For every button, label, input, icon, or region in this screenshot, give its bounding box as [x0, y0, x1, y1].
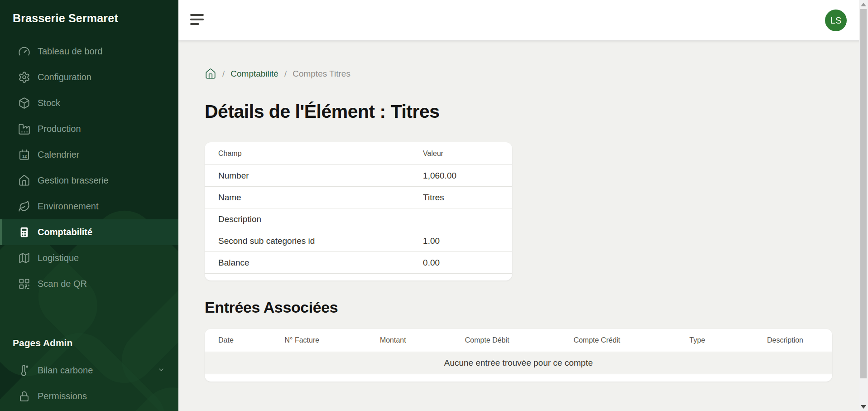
sidebar-item-comptabilite[interactable]: Comptabilité	[0, 219, 178, 245]
column-header-champ: Champ	[205, 150, 423, 158]
thermometer-icon	[18, 364, 30, 377]
row-value: 1.00	[423, 236, 512, 246]
scrollbar-up-arrow-icon[interactable]	[861, 3, 866, 6]
row-field: Description	[205, 214, 423, 224]
table-row: Number 1,060.00	[205, 165, 512, 187]
vertical-scrollbar[interactable]	[859, 0, 868, 411]
sidebar-item-label: Gestion brasserie	[38, 175, 109, 186]
calculator-icon	[18, 226, 30, 238]
sidebar-item-label: Configuration	[38, 72, 91, 82]
breadcrumb: / Comptabilité / Comptes Titres	[205, 68, 832, 80]
table-row: Balance 0.00	[205, 252, 512, 274]
sidebar-item-configuration[interactable]: Configuration	[0, 64, 178, 90]
main-content: / Comptabilité / Comptes Titres Détails …	[178, 40, 859, 411]
topbar: LS	[178, 0, 868, 40]
breadcrumb-separator: /	[222, 69, 225, 79]
row-value: Titres	[423, 193, 512, 203]
sidebar-item-calendrier[interactable]: 12 Calendrier	[0, 142, 178, 168]
column-header-compte-debit: Compte Débit	[437, 336, 537, 344]
breadcrumb-link-comptabilite[interactable]: Comptabilité	[230, 69, 278, 79]
home-icon	[18, 174, 30, 187]
sidebar-item-environnement[interactable]: Environnement	[0, 193, 178, 219]
sidebar-item-logistique[interactable]: Logistique	[0, 245, 178, 271]
hamburger-menu-icon[interactable]	[190, 14, 205, 26]
table-row: Description	[205, 208, 512, 230]
page-title: Détails de l'Élément : Titres	[205, 101, 832, 122]
entries-table-header: Date N° Facture Montant Compte Débit Com…	[205, 329, 832, 352]
sidebar-item-gestion-brasserie[interactable]: Gestion brasserie	[0, 168, 178, 193]
home-icon[interactable]	[205, 68, 216, 80]
column-header-facture: N° Facture	[255, 336, 349, 344]
scrollbar-down-arrow-icon[interactable]	[861, 405, 866, 409]
details-table: Champ Valeur Number 1,060.00 Name Titres…	[205, 142, 512, 280]
package-icon	[18, 97, 30, 109]
column-header-valeur: Valeur	[423, 150, 512, 158]
lock-icon	[18, 390, 30, 402]
sidebar-item-tableau-de-bord[interactable]: Tableau de bord	[0, 39, 178, 64]
sidebar-item-label: Stock	[38, 98, 60, 108]
sidebar-item-production[interactable]: Production	[0, 116, 178, 142]
empty-state-message: Aucune entrée trouvée pour ce compte	[205, 352, 832, 374]
column-header-date: Date	[205, 336, 255, 344]
column-header-description: Description	[738, 336, 832, 344]
details-table-header: Champ Valeur	[205, 142, 512, 165]
column-header-type: Type	[657, 336, 738, 344]
sidebar-item-label: Logistique	[38, 253, 79, 263]
sidebar-item-label: Permissions	[38, 391, 87, 401]
scrollbar-thumb[interactable]	[860, 9, 867, 378]
row-value: 0.00	[423, 258, 512, 268]
sidebar-item-bilan-carbone[interactable]: Bilan carbone	[0, 358, 178, 383]
column-header-montant: Montant	[349, 336, 437, 344]
avatar[interactable]: LS	[825, 10, 847, 31]
table-row: Name Titres	[205, 187, 512, 208]
map-icon	[18, 252, 30, 264]
row-value: 1,060.00	[423, 171, 512, 181]
svg-text:12: 12	[22, 154, 27, 159]
sidebar-item-label: Tableau de bord	[38, 46, 102, 57]
brand-title: Brasserie Sermaret	[0, 0, 178, 25]
row-field: Balance	[205, 258, 423, 268]
qr-icon	[18, 278, 30, 290]
entries-heading: Entrées Associées	[205, 299, 832, 316]
column-header-compte-credit: Compte Crédit	[537, 336, 657, 344]
row-field: Name	[205, 193, 423, 203]
breadcrumb-current: Comptes Titres	[293, 69, 350, 79]
table-row: Second sub categories id 1.00	[205, 230, 512, 252]
chevron-down-icon	[158, 366, 165, 375]
calendar-icon: 12	[18, 149, 30, 161]
sidebar-nav: Tableau de bord Configuration Stock Prod…	[0, 39, 178, 409]
row-field: Number	[205, 171, 423, 181]
gauge-icon	[18, 45, 30, 58]
sidebar-item-scan-de-qr[interactable]: Scan de QR	[0, 271, 178, 297]
sidebar-item-label: Scan de QR	[38, 279, 87, 289]
sidebar-section-pages-admin: Pages Admin	[0, 338, 178, 348]
sidebar: Brasserie Sermaret Tableau de bord Confi…	[0, 0, 178, 411]
sidebar-item-label: Comptabilité	[38, 227, 92, 237]
sidebar-item-permissions[interactable]: Permissions	[0, 383, 178, 409]
breadcrumb-separator: /	[284, 69, 287, 79]
sidebar-item-label: Calendrier	[38, 150, 79, 160]
leaf-icon	[18, 200, 30, 213]
gear-icon	[18, 71, 30, 83]
row-field: Second sub categories id	[205, 236, 423, 246]
sidebar-item-label: Bilan carbone	[38, 365, 93, 376]
sidebar-item-label: Environnement	[38, 201, 99, 212]
sidebar-item-stock[interactable]: Stock	[0, 90, 178, 116]
sidebar-item-label: Production	[38, 124, 81, 134]
factory-icon	[18, 123, 30, 135]
entries-table: Date N° Facture Montant Compte Débit Com…	[205, 329, 832, 382]
